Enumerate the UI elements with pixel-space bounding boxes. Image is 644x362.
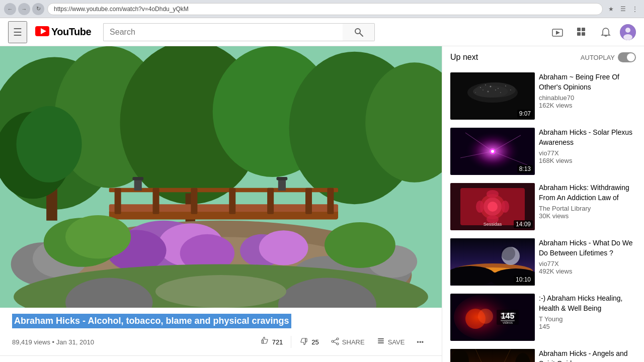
back-button[interactable]: ← [4, 3, 16, 15]
extensions-button[interactable]: ☰ [618, 4, 628, 14]
upload-button[interactable] [547, 22, 568, 42]
rec-thumb-1: 9:07 [450, 72, 535, 120]
svg-point-84 [475, 92, 476, 93]
svg-point-99 [487, 190, 499, 198]
rec-info-6: Abraham Hicks - Angels and Spirit Guides… [539, 349, 636, 362]
share-icon [331, 337, 339, 347]
user-avatar[interactable] [620, 24, 636, 40]
save-icon [377, 337, 385, 347]
video-date: Jan 31, 2010 [56, 338, 94, 346]
svg-rect-66 [378, 340, 384, 341]
up-next-header: Up next AUTOPLAY [442, 46, 644, 68]
youtube-logo-icon [35, 25, 49, 39]
rec-info-2: Abraham Hicks - Solar Plexus Awareness v… [539, 128, 636, 164]
rec-duration-2: 8:13 [517, 165, 533, 173]
svg-rect-26 [109, 188, 338, 193]
more-button[interactable]: ••• [411, 334, 430, 350]
video-player[interactable] [0, 46, 442, 308]
rec-title-2: Abraham Hicks - Solar Plexus Awareness [539, 128, 636, 147]
rec-info-3: Abraham Hicks: Withdrawing From An Addic… [539, 183, 636, 220]
like-count: 721 [272, 338, 283, 346]
svg-rect-36 [278, 179, 286, 191]
hamburger-menu-button[interactable]: ☰ [8, 21, 27, 43]
svg-point-53 [325, 222, 395, 268]
notifications-button[interactable] [596, 22, 616, 42]
thumbs-up-icon [260, 336, 269, 347]
rec-video-4[interactable]: 10:10 Abraham Hicks - What Do We Do Betw… [442, 234, 644, 290]
svg-point-98 [488, 202, 498, 212]
rec-video-1[interactable]: 9:07 Abraham ~ Being Free Of Other's Opi… [442, 68, 644, 124]
svg-point-75 [480, 87, 481, 88]
svg-point-77 [490, 86, 492, 87]
like-divider [291, 336, 291, 348]
rec-title-5: :-) Abraham Hicks Healing, Health & Well… [539, 294, 636, 313]
svg-point-93 [491, 150, 494, 153]
rec-thumb-5: 145 videos [450, 294, 535, 341]
thumbs-down-icon [299, 336, 308, 347]
rec-title-4: Abraham Hicks - What Do We Do Between Li… [539, 238, 636, 258]
browser-bar: ← → ↻ https://www.youtube.com/watch?v=4o… [0, 0, 644, 18]
svg-rect-59 [305, 338, 307, 342]
svg-point-11 [625, 28, 630, 33]
rec-channel-4: vio77X [539, 260, 636, 267]
search-button[interactable] [343, 23, 375, 41]
youtube-logo-text: YouTube [51, 26, 91, 38]
rec-info-4: Abraham Hicks - What Do We Do Between Li… [539, 238, 636, 275]
apps-button[interactable] [572, 22, 592, 42]
svg-rect-28 [153, 188, 159, 214]
separator: • [52, 338, 56, 346]
svg-point-80 [482, 89, 484, 90]
svg-point-76 [485, 84, 486, 85]
svg-rect-58 [262, 340, 263, 343]
svg-point-50 [259, 230, 308, 265]
svg-point-110 [501, 246, 515, 260]
more-icon: ••• [417, 338, 424, 346]
rec-views-1: 162K views [539, 102, 636, 109]
main-content: Abraham Hicks - Alcohol, tobacco, blame … [0, 46, 644, 362]
svg-point-57 [155, 275, 286, 308]
svg-rect-31 [267, 188, 274, 214]
rec-title-3: Abraham Hicks: Withdrawing From An Addic… [539, 183, 636, 203]
channel-row: vio77X [0, 356, 442, 362]
autoplay-switch[interactable] [618, 52, 636, 62]
save-button[interactable]: SAVE [371, 333, 411, 351]
address-bar[interactable]: https://www.youtube.com/watch?v=4oDhdu_y… [47, 3, 603, 15]
share-button[interactable]: SHARE [325, 333, 371, 351]
video-actions: 721 25 [254, 332, 430, 351]
rec-video-6[interactable]: 6:35 Abraham Hicks - Angels and Spirit G… [442, 345, 644, 362]
forward-button[interactable]: → [18, 3, 30, 15]
rec-video-2[interactable]: 8:13 Abraham Hicks - Solar Plexus Awaren… [442, 124, 644, 179]
video-views-date: 89,419 views • Jan 31, 2010 [12, 338, 94, 346]
dislike-button[interactable]: 25 [293, 332, 325, 351]
search-input[interactable] [103, 23, 343, 41]
svg-point-78 [498, 88, 499, 89]
svg-point-79 [505, 85, 506, 86]
up-next-label: Up next [450, 53, 478, 62]
svg-rect-67 [378, 342, 384, 343]
rec-duration-1: 9:07 [517, 110, 533, 118]
rec-views-3: 30K views [539, 212, 636, 220]
url-text: https://www.youtube.com/watch?v=4oDhdu_y… [54, 6, 189, 13]
bookmark-button[interactable]: ★ [606, 4, 616, 14]
dislike-count: 25 [311, 338, 318, 346]
menu-button[interactable]: ⋮ [630, 4, 640, 14]
svg-point-83 [500, 92, 501, 93]
svg-rect-29 [191, 188, 197, 214]
rec-thumb-4: 10:10 [450, 238, 535, 286]
youtube-logo[interactable]: YouTube [35, 25, 91, 39]
svg-text:145: 145 [501, 312, 515, 320]
header-right [547, 22, 636, 42]
rec-video-5[interactable]: 145 videos :-) Abraham Hicks Healing, He… [442, 290, 644, 345]
svg-point-62 [332, 340, 334, 342]
rec-video-3[interactable]: Sessidas 14:09 Abraham Hicks: Withdrawin… [442, 179, 644, 234]
reload-button[interactable]: ↻ [32, 3, 44, 15]
rec-thumb-6: 6:35 [450, 349, 535, 362]
video-title[interactable]: Abraham Hicks - Alcohol, tobacco, blame … [12, 314, 291, 328]
browser-actions: ★ ☰ ⋮ [606, 4, 640, 14]
svg-point-60 [337, 338, 339, 340]
svg-rect-35 [132, 177, 143, 180]
search-bar [103, 23, 375, 41]
video-meta: 89,419 views • Jan 31, 2010 721 [12, 332, 430, 351]
rec-views-5: 145 [539, 323, 636, 330]
like-button[interactable]: 721 [254, 332, 289, 351]
